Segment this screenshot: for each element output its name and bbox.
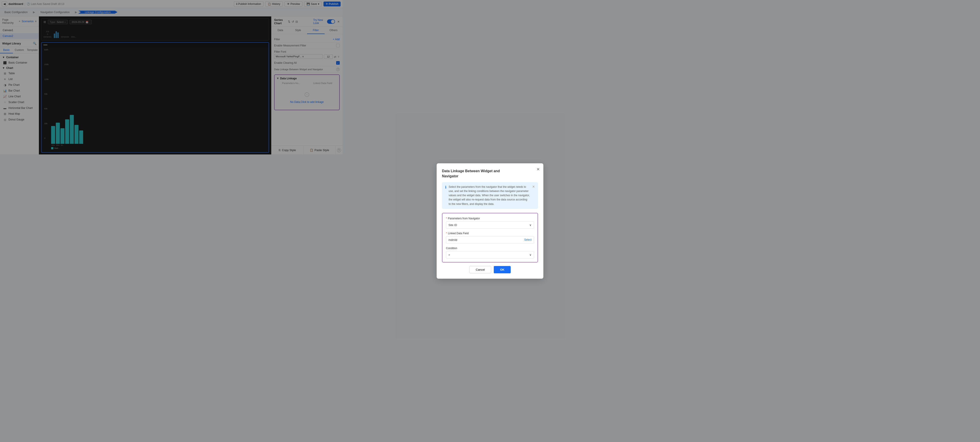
modal-overlay: ✕ Data Linkage Between Widget andNavigat…: [0, 0, 342, 154]
